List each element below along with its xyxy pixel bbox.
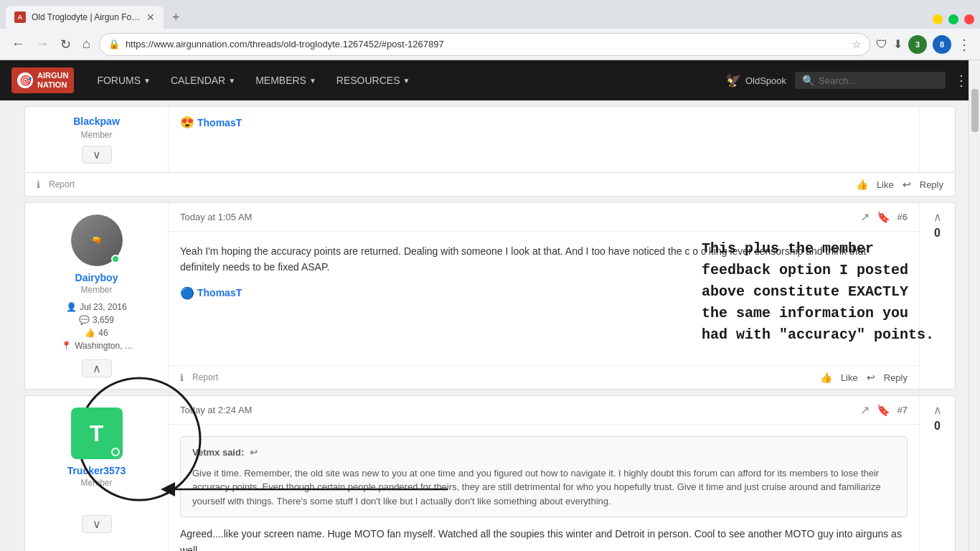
share-icon[interactable]: ↗: [860, 210, 870, 224]
stat-join: 👤 Jul 23, 2016: [66, 302, 126, 312]
like-icon-6: 👍: [820, 372, 832, 383]
nav-item-calendar[interactable]: CALENDAR ▼: [168, 69, 238, 92]
logo-text: AIRGUN NATION: [37, 71, 68, 90]
chevron-down-icon: ▼: [228, 77, 235, 85]
search-input[interactable]: [819, 75, 938, 86]
avatar-trucker: T: [71, 408, 123, 459]
online-indicator: [111, 255, 120, 263]
logo-box: 🎯 AIRGUN NATION: [11, 67, 74, 93]
tab-favicon: A: [14, 11, 26, 23]
profile-badge[interactable]: 8: [933, 35, 951, 54]
post-7-time: Today at 2:24 AM: [180, 405, 252, 415]
like-button[interactable]: Like: [877, 179, 894, 190]
report-icon-6: ℹ: [180, 372, 184, 383]
partial-mention-user[interactable]: ThomasT: [197, 117, 242, 128]
stat-location: 📍 Washington, ...: [61, 341, 132, 351]
download-icon[interactable]: ⬇: [893, 37, 903, 51]
window-controls: [933, 14, 974, 29]
post-7-username[interactable]: Trucker3573: [67, 465, 126, 476]
post-6: 🔫 Dairyboy Member 👤 Jul 23, 2016 💬 3,659: [24, 202, 956, 390]
logo[interactable]: 🎯 AIRGUN NATION: [11, 67, 74, 93]
messages-icon: 💬: [79, 315, 90, 325]
post-6-report-button[interactable]: Report: [192, 372, 218, 382]
partial-sidebar: Blackpaw Member ∨: [25, 107, 169, 172]
active-tab[interactable]: A Old Troglodyte | Airgun Forum ... ✕: [6, 6, 164, 29]
share-icon-7[interactable]: ↗: [860, 403, 870, 417]
maximize-button[interactable]: [948, 14, 958, 24]
shield-extension-icon[interactable]: 🛡: [876, 38, 887, 51]
back-button[interactable]: ←: [9, 34, 27, 55]
chevron-down-icon: ▼: [309, 77, 316, 85]
extensions-area: 🛡 ⬇ 3 8 ⋮: [876, 35, 971, 54]
new-tab-button[interactable]: +: [166, 6, 186, 29]
report-button[interactable]: Report: [49, 179, 75, 189]
avatar-dairyboy: 🔫: [71, 215, 123, 266]
scrollbar-thumb[interactable]: [971, 89, 979, 132]
post-6-reply-button[interactable]: Reply: [884, 372, 908, 383]
nav-right: 🦅 OldSpook 🔍 ⋮: [725, 72, 969, 89]
post-6-mention-line: 🔵 ThomasT: [180, 284, 908, 303]
thumbsup-icon: 👍: [85, 328, 95, 338]
reply-arrow-icon: ↩: [903, 179, 911, 190]
forward-button[interactable]: →: [33, 34, 52, 55]
home-button[interactable]: ⌂: [80, 34, 93, 55]
more-options-icon[interactable]: ⋮: [957, 36, 971, 53]
nav-item-forums[interactable]: FORUMS ▼: [94, 69, 154, 92]
user-avatar-icon: 🦅: [725, 72, 741, 88]
address-text: https://www.airgunnation.com/threads/old…: [126, 39, 846, 50]
nav-item-members[interactable]: MEMBERS ▼: [253, 69, 319, 92]
post-6-body-text: Yeah I'm hoping the accuracy points are …: [180, 243, 908, 276]
stat-reactions: 👍 46: [85, 328, 108, 338]
post-7-vote-col: ∧ 0: [919, 396, 955, 551]
partial-vote-col: [919, 107, 955, 172]
post-7-expand-button[interactable]: ∨: [82, 515, 112, 533]
report-icon: ℹ: [37, 179, 40, 190]
quote-by: Vetmx said: ↩: [192, 446, 895, 461]
partial-expand-button[interactable]: ∨: [82, 146, 112, 164]
post-7-body-text: Agreed....like your screen name. Huge MO…: [180, 526, 908, 551]
stat-posts: 💬 3,659: [79, 315, 114, 325]
close-button[interactable]: [964, 14, 974, 24]
vote-up-7-button[interactable]: ∧: [933, 403, 942, 417]
logo-circle-icon: 🎯: [17, 72, 33, 88]
search-icon: 🔍: [802, 75, 814, 86]
minimize-button[interactable]: [933, 14, 943, 24]
undo-icon[interactable]: ↩: [250, 446, 258, 461]
partial-content: 😍 ThomasT: [169, 107, 919, 172]
partial-username[interactable]: Blackpaw: [73, 116, 120, 127]
post-7-number: #7: [897, 405, 908, 415]
vote-count-6: 0: [934, 227, 941, 240]
person-icon: 👤: [66, 302, 77, 312]
bookmark-icon[interactable]: ☆: [852, 38, 861, 51]
main-content: Blackpaw Member ∨ 😍 ThomasT ℹ Report 👍 L…: [0, 100, 980, 551]
address-bar[interactable]: 🔒 https://www.airgunnation.com/threads/o…: [99, 33, 870, 56]
post-6-time: Today at 1:05 AM: [180, 212, 252, 222]
post-6-like-button[interactable]: Like: [841, 372, 858, 383]
post-6-expand-button[interactable]: ∧: [82, 359, 112, 377]
partial-role: Member: [80, 130, 112, 140]
quote-block: Vetmx said: ↩ Give it time. Remember, th…: [180, 436, 908, 517]
vote-up-6-button[interactable]: ∧: [933, 210, 942, 224]
more-nav-icon[interactable]: ⋮: [954, 72, 969, 89]
reply-button[interactable]: Reply: [920, 179, 943, 190]
online-indicator-7: [111, 448, 120, 456]
refresh-button[interactable]: ↻: [57, 34, 74, 55]
address-bar-row: ← → ↻ ⌂ 🔒 https://www.airgunnation.com/t…: [0, 29, 980, 60]
logo-line2: NATION: [37, 80, 68, 90]
chevron-down-icon: ▼: [403, 77, 410, 85]
tab-close-icon[interactable]: ✕: [146, 11, 155, 23]
user-badge[interactable]: 🦅 OldSpook: [725, 72, 786, 88]
post-6-mention[interactable]: ThomasT: [197, 285, 242, 301]
post-6-username[interactable]: Dairyboy: [75, 272, 118, 283]
bookmark-post-icon-7[interactable]: 🔖: [877, 404, 890, 417]
green-extension-badge[interactable]: 3: [908, 35, 927, 54]
post-6-sidebar: 🔫 Dairyboy Member 👤 Jul 23, 2016 💬 3,659: [25, 203, 169, 389]
bookmark-post-icon[interactable]: 🔖: [877, 211, 890, 224]
post-6-header: Today at 1:05 AM ↗ 🔖 #6: [169, 203, 919, 232]
scrollbar[interactable]: [969, 60, 980, 551]
post-6-number: #6: [897, 212, 908, 222]
nav-item-resources[interactable]: RESOURCES ▼: [334, 69, 413, 92]
search-box[interactable]: 🔍: [795, 72, 946, 89]
partial-mention: 😍 ThomasT: [180, 116, 908, 129]
post-7-role: Member: [80, 478, 112, 488]
